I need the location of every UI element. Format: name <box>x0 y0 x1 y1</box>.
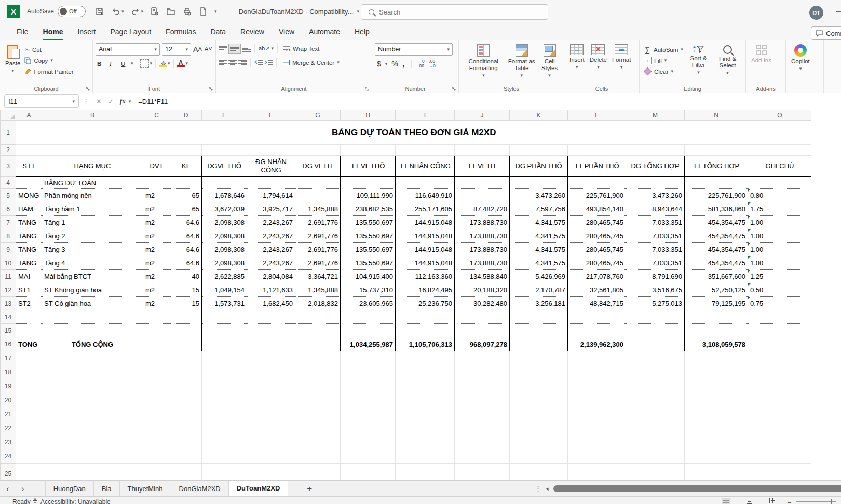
cell-H2[interactable] <box>341 145 396 156</box>
cell-O22[interactable] <box>748 421 812 435</box>
format-painter-button[interactable]: Format Painter <box>23 66 75 77</box>
cell-F3[interactable]: ĐG NHÂN CÔNG <box>247 156 295 177</box>
cell-B21[interactable] <box>42 407 143 421</box>
underline-button[interactable]: U <box>119 58 130 69</box>
column-header-E[interactable]: E <box>202 110 247 121</box>
cell-B20[interactable] <box>42 393 143 407</box>
column-header-L[interactable]: L <box>568 110 626 121</box>
cell-B18[interactable] <box>42 365 143 379</box>
cell-B4[interactable]: BẢNG DỰ TOÁN <box>42 177 143 189</box>
cell-G22[interactable] <box>295 421 341 435</box>
clipboard-dialog-launcher[interactable] <box>86 87 90 91</box>
cell-L17[interactable] <box>568 351 626 365</box>
cell-H4[interactable] <box>341 177 396 189</box>
column-header-K[interactable]: K <box>510 110 568 121</box>
cell-J22[interactable] <box>455 421 510 435</box>
cell-C5[interactable]: m2 <box>143 189 170 202</box>
align-bottom-icon[interactable] <box>242 46 251 52</box>
cell-F5[interactable]: 1,794,614 <box>247 189 295 202</box>
cell-M7[interactable]: 7,033,351 <box>626 216 685 229</box>
cell-J15[interactable] <box>455 324 510 337</box>
cell-B14[interactable] <box>42 310 143 324</box>
cell-B10[interactable]: Tầng 4 <box>42 256 143 270</box>
cell-J9[interactable]: 173,888,730 <box>455 243 510 256</box>
cell-O19[interactable] <box>748 379 812 393</box>
cell-G7[interactable]: 2,691,776 <box>295 216 341 229</box>
cell-N21[interactable] <box>685 407 748 421</box>
alignment-dialog-launcher[interactable] <box>365 87 370 91</box>
italic-button[interactable]: I <box>108 58 118 69</box>
cell-K14[interactable] <box>510 310 568 324</box>
borders-dropdown-icon[interactable]: ▾ <box>150 61 153 66</box>
cell-J12[interactable]: 20,188,320 <box>455 283 510 297</box>
format-as-table-button[interactable]: Format as Table▾ <box>505 43 538 84</box>
row-header-11[interactable]: 11 <box>1 270 16 283</box>
cell-I5[interactable]: 116,649,910 <box>396 189 455 202</box>
select-all-corner[interactable] <box>1 110 16 121</box>
cell-L15[interactable] <box>568 324 626 337</box>
cell-H20[interactable] <box>341 393 396 407</box>
merge-center-button[interactable]: Merge & Center▾ <box>280 57 341 68</box>
cell-O11[interactable]: 1.25 <box>748 270 812 283</box>
cell-B6[interactable]: Tầng hầm 1 <box>42 202 143 216</box>
cell-B13[interactable]: ST Có giàn hoa <box>42 297 143 310</box>
cell-L16[interactable]: 2,139,962,300 <box>568 337 626 351</box>
decrease-indent-icon[interactable] <box>254 60 263 66</box>
cell-B11[interactable]: Mái bằng BTCT <box>42 270 143 283</box>
tab-view[interactable]: View <box>272 23 302 40</box>
cell-K22[interactable] <box>510 421 568 435</box>
zoom-slider[interactable] <box>796 501 836 502</box>
cell-O23[interactable] <box>748 435 812 449</box>
cell-H10[interactable]: 135,550,697 <box>341 256 396 270</box>
cell-L21[interactable] <box>568 407 626 421</box>
cell-C13[interactable]: m2 <box>143 297 170 310</box>
font-family-combo[interactable]: Arial▾ <box>96 43 160 56</box>
prev-sheet-icon[interactable]: ‹ <box>0 481 15 497</box>
cell-L5[interactable]: 225,761,900 <box>568 189 626 202</box>
cell-C10[interactable]: m2 <box>143 256 170 270</box>
cell-J25[interactable] <box>455 464 510 481</box>
cell-E9[interactable]: 2,098,308 <box>202 243 247 256</box>
cell-M14[interactable] <box>626 310 685 324</box>
cell-O9[interactable]: 1.00 <box>748 243 812 256</box>
cell-I3[interactable]: TT NHÂN CÔNG <box>396 156 455 177</box>
formula-bar-grip[interactable]: ⋮ <box>83 98 89 105</box>
cell-O8[interactable]: 1.00 <box>748 229 812 243</box>
tab-help[interactable]: Help <box>347 23 377 40</box>
tab-insert[interactable]: Insert <box>70 23 103 40</box>
cell-K11[interactable]: 5,426,969 <box>510 270 568 283</box>
cell-F23[interactable] <box>247 435 295 449</box>
cell-F16[interactable] <box>247 337 295 351</box>
increase-indent-icon[interactable] <box>264 60 273 66</box>
cell-K8[interactable]: 4,341,575 <box>510 229 568 243</box>
cell-K20[interactable] <box>510 393 568 407</box>
number-format-combo[interactable]: Number▾ <box>375 43 453 56</box>
cell-I16[interactable]: 1,105,706,313 <box>396 337 455 351</box>
page-layout-view-icon[interactable] <box>746 498 753 504</box>
cell-K7[interactable]: 4,341,575 <box>510 216 568 229</box>
cell-H18[interactable] <box>341 365 396 379</box>
percent-format-icon[interactable]: % <box>391 60 398 68</box>
cell-K17[interactable] <box>510 351 568 365</box>
cell-N9[interactable]: 454,354,475 <box>685 243 748 256</box>
orientation-dropdown-icon[interactable]: ▾ <box>271 46 274 51</box>
row-header-22[interactable]: 22 <box>1 421 16 435</box>
cell-N14[interactable] <box>685 310 748 324</box>
cell-G13[interactable]: 2,018,832 <box>295 297 341 310</box>
row-header-17[interactable]: 17 <box>1 351 16 365</box>
cell-B7[interactable]: Tầng 1 <box>42 216 143 229</box>
cell-A6[interactable]: HAM <box>16 202 42 216</box>
undo-icon[interactable]: ▾ <box>111 7 124 16</box>
cell-E14[interactable] <box>202 310 247 324</box>
cell-H14[interactable] <box>341 310 396 324</box>
row-header-16[interactable]: 16 <box>1 337 16 351</box>
cell-G21[interactable] <box>295 407 341 421</box>
cell-J11[interactable]: 134,588,840 <box>455 270 510 283</box>
cell-J14[interactable] <box>455 310 510 324</box>
cell-O21[interactable] <box>748 407 812 421</box>
cell-B23[interactable] <box>42 435 143 449</box>
cell-A10[interactable]: TANG <box>16 256 42 270</box>
cell-M19[interactable] <box>626 379 685 393</box>
cell-E24[interactable] <box>202 449 247 464</box>
cell-J5[interactable] <box>455 189 510 202</box>
